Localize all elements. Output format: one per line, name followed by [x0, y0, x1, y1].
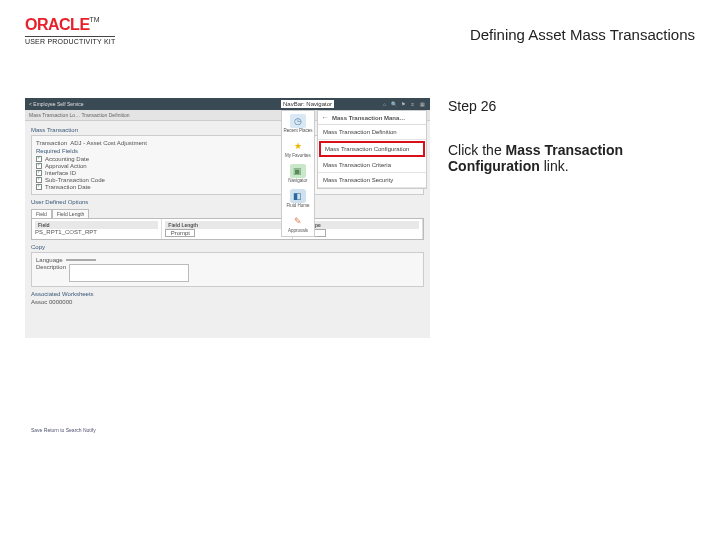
description-textarea[interactable]: [69, 264, 189, 282]
tab-field[interactable]: Field: [31, 209, 52, 218]
search-icon[interactable]: 🔍: [390, 101, 398, 107]
step-number: Step 26: [448, 98, 695, 114]
home-icon[interactable]: ⌂: [380, 101, 388, 107]
rail-label: Fluid Home: [286, 203, 309, 208]
brand-logo: ORACLETM USER PRODUCTIVITY KIT: [25, 16, 115, 45]
instruction-pane: Step 26 Click the Mass Transaction Confi…: [430, 98, 720, 348]
txn-value: ADJ - Asset Cost Adjustment: [70, 140, 147, 146]
instruction-pre: Click the: [448, 142, 506, 158]
app-topbar: < Employee Self Service ⌂ 🔍 ⚑ ≡ ▦: [25, 98, 430, 110]
clock-icon: ◷: [290, 114, 306, 128]
ref-value[interactable]: Assoc 0000000: [31, 299, 72, 305]
required-item: Interface ID: [45, 170, 76, 176]
nav-item-configuration[interactable]: Mass Transaction Configuration: [319, 141, 425, 157]
editor-tabs: Field Field Length: [31, 209, 424, 218]
app-screenshot: < Employee Self Service ⌂ 🔍 ⚑ ≡ ▦ Mass T…: [25, 98, 430, 338]
trademark: TM: [90, 16, 100, 23]
brand-name: ORACLE: [25, 16, 90, 33]
copy-box: Language Description: [31, 252, 424, 287]
copy-label: Language: [36, 257, 63, 263]
page-header: ORACLETM USER PRODUCTIVITY KIT Defining …: [0, 0, 720, 58]
required-item: Accounting Date: [45, 156, 89, 162]
nav-rail: ◷ Recent Places ★ My Favorites ▣ Navigat…: [281, 110, 315, 237]
editor-grid: Field PS_RPT1_COST_RPT Field Length Prom…: [31, 218, 424, 240]
navbar-label: NavBar: Navigator: [281, 100, 334, 108]
txn-label: Transaction: [36, 140, 67, 146]
grid-col-field: Field PS_RPT1_COST_RPT: [32, 219, 162, 239]
nav-item-security[interactable]: Mass Transaction Security: [318, 173, 426, 188]
instruction-text: Click the Mass Transaction Configuration…: [448, 142, 695, 174]
nav-panel-header: ← Mass Transaction Mana…: [318, 111, 426, 125]
rail-label: Approvals: [288, 228, 308, 233]
rail-my-favorites[interactable]: ★ My Favorites: [285, 139, 311, 158]
required-item: Sub-Transaction Code: [45, 177, 105, 183]
nav-item-criteria[interactable]: Mass Transaction Criteria: [318, 158, 426, 173]
app-footer-links[interactable]: Save Return to Search Notify: [31, 427, 424, 433]
approvals-icon: ✎: [290, 214, 306, 228]
flag-icon[interactable]: ⚑: [399, 101, 407, 107]
tab-field-length[interactable]: Field Length: [52, 209, 90, 218]
grid-cell[interactable]: Prompt: [165, 229, 195, 237]
breadcrumb[interactable]: Mass Transaction Lo… Transaction Definit…: [29, 112, 130, 118]
nav-panel-title: Mass Transaction Mana…: [332, 115, 405, 121]
rail-navigator[interactable]: ▣ Navigator: [288, 164, 307, 183]
star-icon: ★: [290, 139, 306, 153]
compass-icon: ▣: [290, 164, 306, 178]
required-item: Transaction Date: [45, 184, 90, 190]
rail-fluid-home[interactable]: ◧ Fluid Home: [286, 189, 309, 208]
brand-subtitle: USER PRODUCTIVITY KIT: [25, 36, 115, 45]
grid-col-len: Field Length Prompt: [162, 219, 292, 239]
main-area: < Employee Self Service ⌂ 🔍 ⚑ ≡ ▦ Mass T…: [0, 98, 720, 348]
rail-approvals[interactable]: ✎ Approvals: [288, 214, 308, 233]
app-topbar-icons: ⌂ 🔍 ⚑ ≡ ▦: [380, 101, 426, 107]
fluid-home-icon: ◧: [290, 189, 306, 203]
menu-icon[interactable]: ≡: [409, 101, 417, 107]
grid-header: Field Length: [165, 221, 288, 229]
rail-label: My Favorites: [285, 153, 311, 158]
nav-item-definition[interactable]: Mass Transaction Definition: [318, 125, 426, 140]
page-title: Defining Asset Mass Transactions: [470, 26, 695, 43]
grid-cell: PS_RPT1_COST_RPT: [35, 229, 158, 235]
app-back-link[interactable]: < Employee Self Service: [29, 101, 84, 107]
rail-label: Navigator: [288, 178, 307, 183]
ref-header: Associated Worksheets: [31, 291, 424, 297]
grid-icon[interactable]: ▦: [418, 101, 426, 107]
rail-recent-places[interactable]: ◷ Recent Places: [283, 114, 312, 133]
editor-header: User Defined Options: [31, 199, 424, 205]
required-item: Approval Action: [45, 163, 87, 169]
grid-header: Field: [35, 221, 158, 229]
copy-header: Copy: [31, 244, 424, 250]
checkbox-icon[interactable]: [36, 184, 42, 190]
desc-label: Description: [36, 264, 66, 270]
instruction-post: link.: [540, 158, 569, 174]
nav-panel: ← Mass Transaction Mana… Mass Transactio…: [317, 110, 427, 189]
rail-label: Recent Places: [283, 128, 312, 133]
language-select[interactable]: [66, 259, 96, 261]
back-arrow-icon[interactable]: ←: [321, 113, 329, 122]
